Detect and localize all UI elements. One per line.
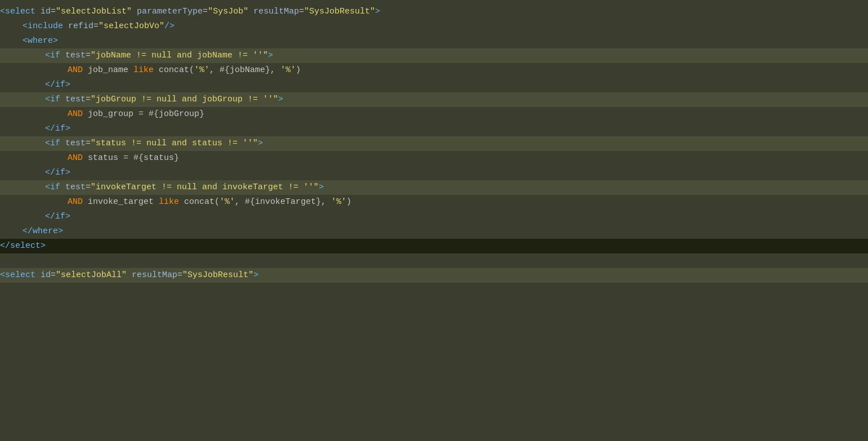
token: </select> xyxy=(0,239,46,253)
code-line-12: </if> xyxy=(0,166,868,180)
token: </if> xyxy=(45,122,70,136)
code-line-11: AND status = #{status} xyxy=(0,151,868,166)
token: "selectJobList" xyxy=(56,5,132,19)
token: = xyxy=(86,137,91,150)
token: #{status} xyxy=(133,152,179,165)
token: </if> xyxy=(45,210,70,224)
token: = xyxy=(93,20,99,33)
code-line-4: <if test="jobName != null and jobName !=… xyxy=(0,48,868,63)
token: = xyxy=(51,269,56,282)
token: refid xyxy=(68,20,93,33)
token: > xyxy=(268,49,273,63)
token: = xyxy=(177,269,182,282)
token: <if xyxy=(45,181,65,194)
token: concat( xyxy=(184,195,220,209)
token: test xyxy=(65,181,86,194)
token: <where> xyxy=(23,34,58,48)
token: <if xyxy=(45,93,65,106)
token: </where> xyxy=(23,225,63,238)
token: = xyxy=(51,5,56,19)
token: concat( xyxy=(159,64,194,77)
token: test xyxy=(65,137,86,150)
token: "selectJobVo" xyxy=(99,20,164,33)
token: test xyxy=(65,93,86,106)
code-line-19: <select id="selectJobAll" resultMap="Sys… xyxy=(0,268,868,283)
code-line-13: <if test="invokeTarget != null and invok… xyxy=(0,180,868,195)
token: #{jobGroup} xyxy=(149,108,204,121)
token: id xyxy=(41,269,51,282)
code-editor: <select id="selectJobList" parameterType… xyxy=(0,0,868,441)
token: AND xyxy=(68,152,88,165)
token: > xyxy=(278,93,283,106)
token: ) xyxy=(296,64,301,77)
token: "jobName != null and jobName != ''" xyxy=(91,49,268,63)
code-line-17: </select> xyxy=(0,239,868,253)
token: test xyxy=(65,49,86,63)
token: '%' xyxy=(280,64,296,77)
token: job_name xyxy=(88,64,133,77)
token: "invokeTarget != null and invokeTarget !… xyxy=(91,181,319,194)
token: , xyxy=(321,195,331,209)
token: <if xyxy=(45,49,65,63)
code-line-8: AND job_group = #{jobGroup} xyxy=(0,107,868,122)
token: > xyxy=(253,269,258,282)
token: /> xyxy=(164,20,175,33)
token: resultMap xyxy=(248,5,299,19)
token: "SysJob" xyxy=(208,5,248,19)
code-line-10: <if test="status != null and status != '… xyxy=(0,136,868,151)
code-line-1: <select id="selectJobList" parameterType… xyxy=(0,5,868,19)
token: #{jobName} xyxy=(220,64,270,77)
token: </if> xyxy=(45,78,70,92)
token: "status != null and status != ''" xyxy=(91,137,258,150)
token: '%' xyxy=(220,195,235,209)
token: AND xyxy=(68,195,88,209)
token: job_group = xyxy=(88,108,149,121)
code-line-16: </where> xyxy=(0,224,868,239)
token: = xyxy=(86,93,91,106)
code-line-18 xyxy=(0,253,868,268)
token: '%' xyxy=(194,64,209,77)
token: = xyxy=(86,49,91,63)
token: > xyxy=(258,137,263,150)
token: , xyxy=(209,64,220,77)
token: status = xyxy=(88,152,133,165)
token: '%' xyxy=(331,195,346,209)
token: <select xyxy=(0,5,41,19)
token: ) xyxy=(346,195,351,209)
code-line-9: </if> xyxy=(0,122,868,136)
token: = xyxy=(203,5,208,19)
token: AND xyxy=(68,108,88,121)
token: <select xyxy=(0,269,41,282)
token xyxy=(0,254,5,268)
code-line-14: AND invoke_target like concat('%', #{inv… xyxy=(0,195,868,210)
code-line-6: </if> xyxy=(0,78,868,92)
code-line-5: AND job_name like concat('%', #{jobName}… xyxy=(0,63,868,78)
token: like xyxy=(159,195,184,209)
token: "selectJobAll" xyxy=(56,269,127,282)
code-line-3: <where> xyxy=(0,34,868,48)
token: id xyxy=(41,5,51,19)
code-line-15: </if> xyxy=(0,210,868,224)
code-line-2: <include refid="selectJobVo"/> xyxy=(0,19,868,34)
code-line-7: <if test="jobGroup != null and jobGroup … xyxy=(0,92,868,107)
token: = xyxy=(299,5,304,19)
token: > xyxy=(375,5,380,19)
token: AND xyxy=(68,64,88,77)
token: <if xyxy=(45,137,65,150)
token: , xyxy=(270,64,280,77)
token: parameterType xyxy=(132,5,203,19)
token: > xyxy=(319,181,324,194)
token: "SysJobResult" xyxy=(182,269,253,282)
token: , xyxy=(235,195,245,209)
token: = xyxy=(86,181,91,194)
token: </if> xyxy=(45,166,70,180)
token: "SysJobResult" xyxy=(304,5,375,19)
token: resultMap xyxy=(127,269,177,282)
token: <include xyxy=(23,20,68,33)
token: like xyxy=(133,64,159,77)
token: "jobGroup != null and jobGroup != ''" xyxy=(91,93,278,106)
token: #{invokeTarget} xyxy=(245,195,321,209)
token: invoke_target xyxy=(88,195,159,209)
